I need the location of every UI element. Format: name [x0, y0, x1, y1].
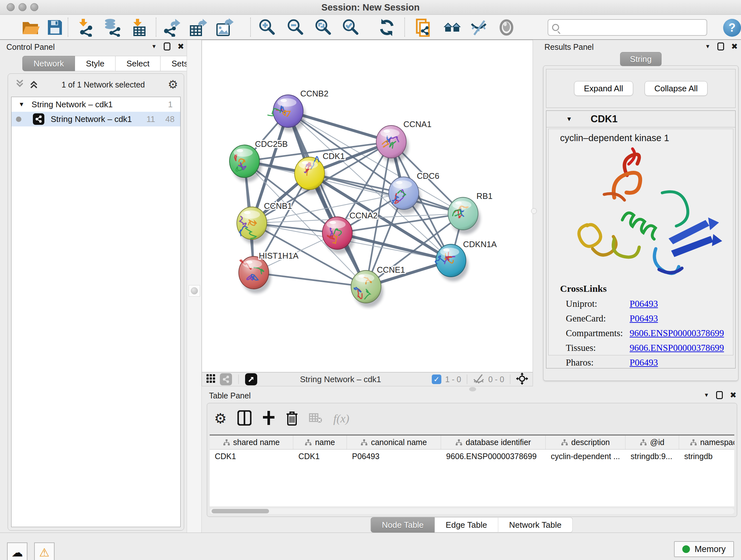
- export-table-icon[interactable]: [188, 17, 208, 37]
- search-input[interactable]: [562, 23, 706, 32]
- zoom-out-icon[interactable]: [285, 17, 305, 37]
- export-network-icon[interactable]: [162, 17, 182, 37]
- crosslink-link[interactable]: P06493: [630, 299, 658, 309]
- control-panel-tabs: NetworkStyleSelectSets: [22, 56, 199, 71]
- gene-card-header[interactable]: ▼ CDK1: [546, 111, 735, 127]
- results-panel: Results Panel ▼ ✖ String Expand All Coll…: [542, 40, 739, 382]
- export-image-icon[interactable]: [214, 17, 234, 37]
- network-node-RB1[interactable]: [448, 197, 480, 234]
- crosslink-link[interactable]: P06493: [630, 313, 658, 323]
- gene-symbol: CDK1: [591, 113, 617, 125]
- panel-close-icon[interactable]: ✖: [731, 43, 738, 51]
- home-pages-icon[interactable]: [442, 17, 462, 37]
- crosslink-link[interactable]: 9606.ENSP00000378699: [630, 328, 724, 338]
- help-icon[interactable]: ?: [723, 19, 741, 37]
- search-field[interactable]: [548, 19, 707, 36]
- import-network-icon[interactable]: [77, 17, 97, 37]
- hide-panel-icon[interactable]: [469, 17, 489, 37]
- expand-all-button[interactable]: Expand All: [574, 81, 633, 96]
- table-settings-gear-icon[interactable]: ⚙: [214, 412, 226, 426]
- crosslink-link[interactable]: 9606.ENSP00000378699: [630, 343, 724, 353]
- table-row[interactable]: CDK1CDK1P064939606.ENSP00000378699cyclin…: [210, 449, 734, 463]
- gene-collapse-icon[interactable]: ▼: [566, 116, 572, 123]
- column-header-database-identifier[interactable]: database identifier: [441, 435, 546, 449]
- warnings-button[interactable]: ⚠: [34, 543, 55, 560]
- panel-menu-icon[interactable]: ▼: [151, 44, 157, 50]
- tab-node-table[interactable]: Node Table: [371, 517, 435, 533]
- import-network-database-icon[interactable]: [103, 17, 122, 37]
- panel-menu-icon[interactable]: ▼: [704, 392, 709, 398]
- birds-eye-view-icon[interactable]: [245, 373, 257, 385]
- lens-icon[interactable]: [496, 17, 516, 37]
- tab-select[interactable]: Select: [116, 56, 160, 71]
- tab-edge-table[interactable]: Edge Table: [435, 517, 498, 533]
- toolbar-divider: [68, 17, 68, 37]
- network-node-CDK1[interactable]: [294, 157, 327, 194]
- column-header-canonical-name[interactable]: canonical name: [347, 435, 441, 449]
- panel-float-icon[interactable]: [716, 391, 723, 399]
- collapse-all-button[interactable]: Collapse All: [645, 81, 708, 96]
- share-document-icon[interactable]: [414, 17, 433, 37]
- network-view-share-icon[interactable]: [220, 373, 232, 385]
- tab-network[interactable]: Network: [22, 56, 75, 71]
- network-node-CDC25B[interactable]: [229, 145, 262, 182]
- table-cell: CDK1: [210, 449, 293, 463]
- network-node-CDKN1A[interactable]: [435, 244, 468, 281]
- selected-nodes-checkbox-icon[interactable]: ✓: [432, 374, 441, 384]
- expand-all-networks-icon[interactable]: [29, 79, 39, 90]
- grid-view-icon[interactable]: [206, 374, 215, 384]
- panel-float-icon[interactable]: [718, 43, 724, 51]
- panel-float-icon[interactable]: [164, 43, 171, 51]
- crosslink-label: Tissues:: [560, 343, 630, 353]
- network-node-CCNA2[interactable]: [322, 217, 354, 254]
- network-node-HIST1H1A[interactable]: [239, 256, 271, 294]
- splitter-grip[interactable]: [189, 285, 200, 297]
- panel-splitter[interactable]: [187, 40, 202, 533]
- node-label-CDKN1A: CDKN1A: [463, 240, 497, 249]
- fit-crosshair-icon[interactable]: [516, 373, 528, 386]
- zoom-in-icon[interactable]: [257, 17, 277, 37]
- network-row[interactable]: String Network – cdk1 11 48: [11, 112, 180, 126]
- network-node-CCNA1[interactable]: [376, 125, 408, 163]
- panel-close-icon[interactable]: ✖: [730, 391, 737, 399]
- network-node-CCNB2[interactable]: [268, 95, 306, 132]
- network-canvas[interactable]: CCNB2CCNA1CDC25BCDK1CDC6RB1CCNB1CCNA2CDK…: [202, 40, 533, 372]
- scrollbar-thumb[interactable]: [212, 509, 269, 513]
- network-node-CCNE1[interactable]: [351, 270, 383, 307]
- panel-close-icon[interactable]: ✖: [178, 43, 184, 51]
- column-header-name[interactable]: name: [293, 435, 347, 449]
- zoom-selected-icon[interactable]: [340, 17, 360, 37]
- cloud-services-button[interactable]: ☁: [7, 543, 27, 560]
- table-horizontal-scrollbar[interactable]: [210, 508, 734, 514]
- splitter-grip-right[interactable]: [531, 208, 537, 214]
- delete-column-trash-icon[interactable]: [286, 410, 298, 427]
- refresh-icon[interactable]: [377, 17, 397, 37]
- collection-expand-icon[interactable]: ▼: [18, 101, 24, 108]
- show-columns-icon[interactable]: [238, 410, 252, 427]
- import-table-icon[interactable]: [130, 17, 149, 37]
- add-column-icon[interactable]: [262, 410, 275, 427]
- table-panel: Table Panel ▼ ✖ ⚙ f(x): [204, 388, 739, 533]
- column-header-description[interactable]: description: [546, 435, 625, 449]
- save-icon[interactable]: [45, 17, 64, 37]
- panel-menu-icon[interactable]: ▼: [705, 44, 711, 50]
- memory-button[interactable]: Memory: [674, 541, 734, 557]
- node-label-RB1: RB1: [476, 191, 493, 201]
- column-header-namespace[interactable]: namespace: [679, 435, 734, 449]
- node-table[interactable]: shared namenamecanonical namedatabase id…: [210, 435, 734, 506]
- hidden-items-eye-icon[interactable]: [473, 374, 484, 385]
- collapse-all-networks-icon[interactable]: [15, 79, 24, 90]
- tab-string[interactable]: String: [620, 52, 662, 66]
- column-header-@id[interactable]: @id: [625, 435, 679, 449]
- network-options-gear-icon[interactable]: ⚙: [168, 79, 178, 90]
- network-collection-row[interactable]: ▼ String Network – cdk1 1: [11, 97, 180, 112]
- open-folder-icon[interactable]: [20, 17, 40, 37]
- collection-label: String Network – cdk1: [31, 100, 113, 110]
- network-graph[interactable]: CCNB2CCNA1CDC25BCDK1CDC6RB1CCNB1CCNA2CDK…: [202, 40, 533, 372]
- tab-style[interactable]: Style: [75, 56, 116, 71]
- node-label-CCNB2: CCNB2: [300, 89, 328, 98]
- crosslink-link[interactable]: P06493: [630, 357, 658, 368]
- zoom-fit-icon[interactable]: [313, 17, 333, 37]
- column-header-shared-name[interactable]: shared name: [210, 435, 293, 449]
- tab-network-table[interactable]: Network Table: [498, 517, 572, 533]
